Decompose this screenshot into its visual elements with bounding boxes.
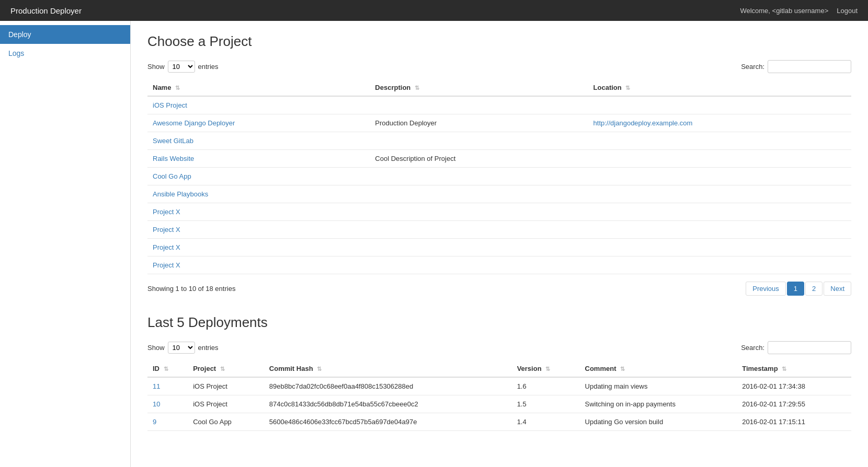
projects-show-select[interactable]: 10 25 50 100: [168, 61, 195, 73]
dep-timestamp-cell: 2016-02-01 17:29:55: [737, 395, 851, 413]
project-description-cell: [370, 203, 588, 221]
projects-table-head: Name ⇅ Descrption ⇅ Location ⇅: [147, 79, 851, 96]
sort-version-icon: ⇅: [545, 366, 550, 372]
dep-search-label: Search:: [741, 344, 764, 352]
project-name-link[interactable]: Project X: [153, 208, 180, 216]
table-row: Sweet GitLab: [147, 132, 851, 150]
project-location-cell: [588, 221, 851, 239]
project-description-cell: [370, 239, 588, 256]
project-name-link[interactable]: iOS Project: [153, 101, 187, 109]
table-row: Project X: [147, 203, 851, 221]
dep-hash-cell: 874c0c81433dc56db8db71e54ba55c67cbeee0c2: [264, 395, 512, 413]
table-row: iOS Project: [147, 96, 851, 114]
project-location-cell: [588, 239, 851, 256]
project-description-cell: [370, 256, 588, 274]
logout-link[interactable]: Logout: [837, 7, 858, 15]
sidebar-item-deploy[interactable]: Deploy: [0, 25, 130, 44]
project-description-cell: [370, 221, 588, 239]
sort-loc-icon: ⇅: [625, 85, 630, 91]
dep-id-link[interactable]: 9: [153, 418, 156, 426]
project-description-cell: [370, 185, 588, 203]
sort-timestamp-icon: ⇅: [782, 366, 786, 372]
deployments-table-body: 11iOS Project89eb8bc7da02fc0c68eef0aa4f8…: [147, 377, 851, 431]
entries-label: entries: [198, 63, 219, 71]
dep-col-id[interactable]: ID ⇅: [147, 360, 188, 377]
projects-prev-button[interactable]: Previous: [746, 282, 786, 296]
project-name-cell: Ansible Playbooks: [147, 185, 370, 203]
sort-id-icon: ⇅: [164, 366, 168, 372]
dep-id-link[interactable]: 11: [153, 382, 160, 390]
project-name-link[interactable]: Rails Website: [153, 155, 194, 162]
col-description[interactable]: Descrption ⇅: [370, 79, 588, 96]
project-location-cell: [588, 256, 851, 274]
project-location-cell: [588, 168, 851, 185]
dep-show-label: Show: [147, 344, 165, 352]
projects-table: Name ⇅ Descrption ⇅ Location ⇅ iOS Proje…: [147, 79, 851, 274]
dep-id-link[interactable]: 10: [153, 400, 160, 408]
deployments-table-head: ID ⇅ Project ⇅ Commit Hash ⇅ Version ⇅ C…: [147, 360, 851, 377]
project-name-cell: Rails Website: [147, 150, 370, 168]
project-name-link[interactable]: Project X: [153, 261, 180, 269]
dep-timestamp-cell: 2016-02-01 17:15:11: [737, 413, 851, 431]
projects-search-input[interactable]: [768, 60, 851, 73]
col-name[interactable]: Name ⇅: [147, 79, 370, 96]
project-description-cell: [370, 132, 588, 150]
project-name-link[interactable]: Sweet GitLab: [153, 137, 193, 145]
project-name-link[interactable]: Project X: [153, 243, 180, 251]
project-location-cell: [588, 132, 851, 150]
navbar-right: Welcome, <gitlab username> Logout: [740, 7, 858, 15]
dep-col-timestamp[interactable]: Timestamp ⇅: [737, 360, 851, 377]
deployments-search-control: Search:: [741, 341, 851, 354]
sort-commit-icon: ⇅: [317, 366, 322, 372]
table-row: Awesome Django DeployerProduction Deploy…: [147, 114, 851, 132]
dep-hash-cell: 89eb8bc7da02fc0c68eef0aa4f808c15306288ed: [264, 377, 512, 395]
projects-title: Choose a Project: [147, 33, 851, 50]
project-name-cell: Awesome Django Deployer: [147, 114, 370, 132]
deployments-table-controls: Show 10 25 50 100 entries Search:: [147, 341, 851, 354]
project-description-cell: Cool Description of Project: [370, 150, 588, 168]
deployments-show-select[interactable]: 10 25 50 100: [168, 342, 195, 354]
table-row: Project X: [147, 256, 851, 274]
main-content: Choose a Project Show 10 25 50 100 entri…: [131, 21, 868, 467]
project-name-cell: iOS Project: [147, 96, 370, 114]
deployments-show-entries: Show 10 25 50 100 entries: [147, 342, 219, 354]
sort-desc-icon: ⇅: [415, 85, 419, 91]
dep-id-cell: 9: [147, 413, 188, 431]
project-name-link[interactable]: Ansible Playbooks: [153, 190, 208, 198]
dep-col-version[interactable]: Version ⇅: [512, 360, 580, 377]
projects-next-button[interactable]: Next: [824, 282, 851, 296]
table-row: Project X: [147, 221, 851, 239]
projects-showing-text: Showing 1 to 10 of 18 entries: [147, 285, 235, 293]
project-name-link[interactable]: Cool Go App: [153, 172, 191, 180]
sidebar-item-logs[interactable]: Logs: [0, 44, 130, 63]
projects-page-1-button[interactable]: 1: [787, 282, 804, 296]
table-row: Rails WebsiteCool Description of Project: [147, 150, 851, 168]
project-location-link[interactable]: http://djangodeploy.example.com: [593, 119, 693, 127]
project-location-cell: [588, 150, 851, 168]
search-label: Search:: [741, 63, 764, 71]
layout: Deploy Logs Choose a Project Show 10 25 …: [0, 21, 868, 467]
deployments-table: ID ⇅ Project ⇅ Commit Hash ⇅ Version ⇅ C…: [147, 360, 851, 431]
project-name-cell: Project X: [147, 221, 370, 239]
dep-hash-cell: 5600e486c4606e33fcc67bcd57b5a697de04a97e: [264, 413, 512, 431]
dep-project-cell: Cool Go App: [188, 413, 264, 431]
project-name-link[interactable]: Awesome Django Deployer: [153, 119, 235, 127]
dep-col-commit[interactable]: Commit Hash ⇅: [264, 360, 512, 377]
sort-comment-icon: ⇅: [620, 366, 625, 372]
deployments-section: Last 5 Deployments Show 10 25 50 100 ent…: [147, 314, 851, 431]
project-location-cell: [588, 96, 851, 114]
projects-show-entries: Show 10 25 50 100 entries: [147, 61, 219, 73]
dep-id-cell: 10: [147, 395, 188, 413]
projects-page-2-button[interactable]: 2: [805, 282, 823, 296]
dep-entries-label: entries: [198, 344, 219, 352]
projects-pagination: Previous 1 2 Next: [746, 282, 851, 296]
project-name-link[interactable]: Project X: [153, 226, 180, 234]
show-label: Show: [147, 63, 165, 71]
table-row: 10iOS Project874c0c81433dc56db8db71e54ba…: [147, 395, 851, 413]
projects-pagination-area: Showing 1 to 10 of 18 entries Previous 1…: [147, 282, 851, 296]
dep-col-comment[interactable]: Comment ⇅: [580, 360, 737, 377]
dep-col-project[interactable]: Project ⇅: [188, 360, 264, 377]
table-row: Cool Go App: [147, 168, 851, 185]
col-location[interactable]: Location ⇅: [588, 79, 851, 96]
deployments-search-input[interactable]: [768, 341, 851, 354]
